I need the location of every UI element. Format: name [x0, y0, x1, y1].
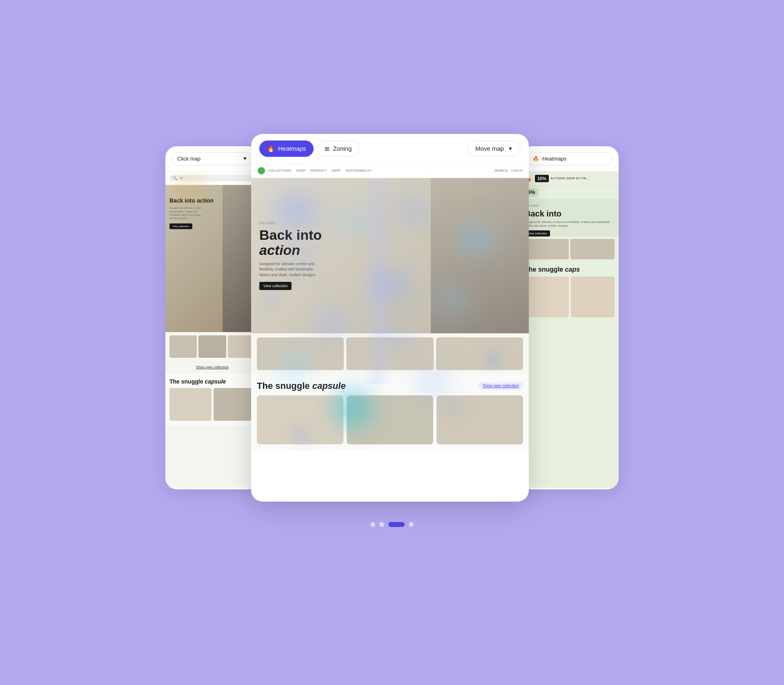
center-section-title: The snuggle capsule: [257, 381, 346, 391]
right-pct-main: 10%: [535, 175, 549, 182]
right-section-title: The snuggle caps: [525, 266, 615, 273]
center-thumbs: [251, 333, 529, 374]
card-left: Click map ▼ 🔍 SE...: [165, 146, 259, 489]
left-search-bar: 🔍 SE...: [169, 175, 255, 181]
chevron-down-icon: ▼: [243, 156, 247, 161]
right-thumb-2: [570, 239, 615, 259]
right-product-2: [571, 277, 615, 317]
center-product-1: [257, 395, 343, 444]
right-section-two: The snuggle caps: [521, 262, 619, 321]
left-thumb-2: [198, 335, 226, 358]
left-content: 🔍 SE... Back into action Designed for ul…: [165, 172, 259, 488]
pagination-dot-1[interactable]: [370, 522, 375, 527]
center-hero-label: FW 24/25: [259, 221, 325, 225]
zoning-tab[interactable]: ⊞ Zoning: [317, 141, 359, 156]
pagination-dot-2[interactable]: [379, 522, 384, 527]
left-shop-link: Shop new collection: [165, 361, 259, 373]
search-icon: 🔍: [173, 176, 177, 180]
heatmaps-label: Heatmaps: [278, 145, 306, 152]
left-hero-title: Back into action: [169, 197, 214, 204]
card-center: 🔥 Heatmaps ⊞ Zoning Move map ▼: [251, 134, 529, 502]
movemap-button[interactable]: Move map ▼: [468, 141, 521, 156]
pagination-dot-3[interactable]: [388, 522, 405, 527]
right-pct-secondary: ACTIONS SHOP BY PR...: [550, 176, 589, 180]
left-mockup-nav: 🔍 SE...: [165, 172, 259, 185]
pagination: [370, 522, 414, 527]
left-section-thumb-2: [214, 388, 256, 421]
left-toolbar: Click map ▼: [165, 146, 259, 172]
right-hero: FW 24/25 Back into Designed for ultimate…: [521, 199, 619, 237]
left-section-title: The snuggle capsule: [169, 378, 226, 385]
right-content: 🔖 10% ACTIONS SHOP BY PR... 5% FW 24/25 …: [521, 172, 619, 488]
movemap-label: Move map: [475, 145, 504, 152]
left-hero: Back into action Designed for ultimate c…: [165, 185, 259, 332]
zoning-label: Zoning: [333, 145, 352, 152]
left-hero-cta: View collection: [169, 223, 192, 229]
left-section-thumb-1: [169, 388, 212, 421]
carousel-wrapper: Click map ▼ 🔍 SE...: [0, 134, 784, 502]
center-content: COLLECTIONS SHOP PRODUCT SHOP SUSTAINABI…: [251, 164, 529, 451]
center-nav-links: COLLECTIONS SHOP PRODUCT SHOP SUSTAINABI…: [268, 169, 372, 172]
center-hero-cta: View collection: [259, 282, 292, 290]
fire-icon-right: 🔥: [532, 156, 539, 162]
center-section-header: The snuggle capsule Shop new collection: [257, 381, 523, 391]
right-website: 🔖 10% ACTIONS SHOP BY PR... 5% FW 24/25 …: [521, 172, 619, 488]
center-nav-actions: SEARCH LOG IN: [494, 169, 522, 172]
card-right: 🔥 Heatmaps 🔖 10% ACTIONS SHOP BY PR... 5…: [521, 146, 619, 489]
center-website: COLLECTIONS SHOP PRODUCT SHOP SUSTAINABI…: [251, 164, 529, 451]
left-thumbnails: [165, 332, 259, 361]
center-nav-logo: [258, 167, 265, 174]
heatmaps-right-label: Heatmaps: [542, 156, 566, 162]
right-thumbs: [521, 237, 619, 262]
right-product-row: [525, 277, 615, 317]
center-nav: COLLECTIONS SHOP PRODUCT SHOP SUSTAINABI…: [251, 164, 529, 178]
right-hero-label: FW 24/25: [525, 204, 615, 208]
clickmap-label: Click map: [177, 156, 200, 162]
center-hero-left: FW 24/25 Back intoaction Designed for ul…: [251, 178, 431, 333]
center-toolbar: 🔥 Heatmaps ⊞ Zoning Move map ▼: [251, 134, 529, 164]
center-thumb-1: [257, 337, 344, 370]
right-hero-title: Back into: [525, 209, 615, 219]
clickmap-button[interactable]: Click map ▼: [171, 152, 254, 165]
right-hero-subtitle: Designed for ultimate comfort and flexib…: [525, 220, 615, 228]
center-product-row: [257, 395, 523, 444]
movemap-chevron-icon: ▼: [508, 146, 513, 152]
center-hero-right: [431, 178, 529, 333]
center-thumb-3: [436, 337, 523, 370]
center-product-3: [437, 395, 523, 444]
left-hero-text: Back into action Designed for ultimate c…: [169, 197, 214, 229]
center-hero: FW 24/25 Back intoaction Designed for ul…: [251, 178, 529, 333]
fire-icon: 🔥: [267, 145, 275, 152]
right-thumb-1: [525, 239, 569, 259]
right-toolbar: 🔥 Heatmaps: [521, 146, 619, 172]
left-section-thumbs: [169, 388, 255, 421]
center-section-link: Shop new collection: [479, 382, 523, 390]
center-hero-text: FW 24/25 Back intoaction Designed for ul…: [259, 221, 325, 290]
grid-icon: ⊞: [325, 145, 330, 152]
right-product-1: [525, 277, 569, 317]
left-website-mockup: 🔍 SE... Back into action Designed for ul…: [165, 172, 259, 488]
left-section-two: The snuggle capsule: [165, 373, 259, 426]
left-thumb-1: [169, 335, 197, 358]
center-thumb-2: [346, 337, 433, 370]
center-hero-subtitle: Designed for ultimate comfort and flexib…: [259, 261, 325, 278]
right-pct-small: 5%: [521, 186, 619, 199]
heatmaps-tab[interactable]: 🔥 Heatmaps: [259, 141, 314, 157]
center-product-2: [347, 395, 433, 444]
left-hero-subtitle: Designed for ultimate comfort and flexib…: [169, 206, 202, 220]
heatmaps-right-button[interactable]: 🔥 Heatmaps: [526, 152, 613, 165]
right-percentage-bar: 🔖 10% ACTIONS SHOP BY PR...: [521, 172, 619, 186]
search-text: SE...: [179, 176, 186, 180]
center-hero-title: Back intoaction: [259, 228, 325, 258]
center-section-two: The snuggle capsule Shop new collection: [251, 374, 529, 451]
left-section-header: The snuggle capsule: [169, 378, 255, 385]
pagination-dot-4[interactable]: [409, 522, 414, 527]
